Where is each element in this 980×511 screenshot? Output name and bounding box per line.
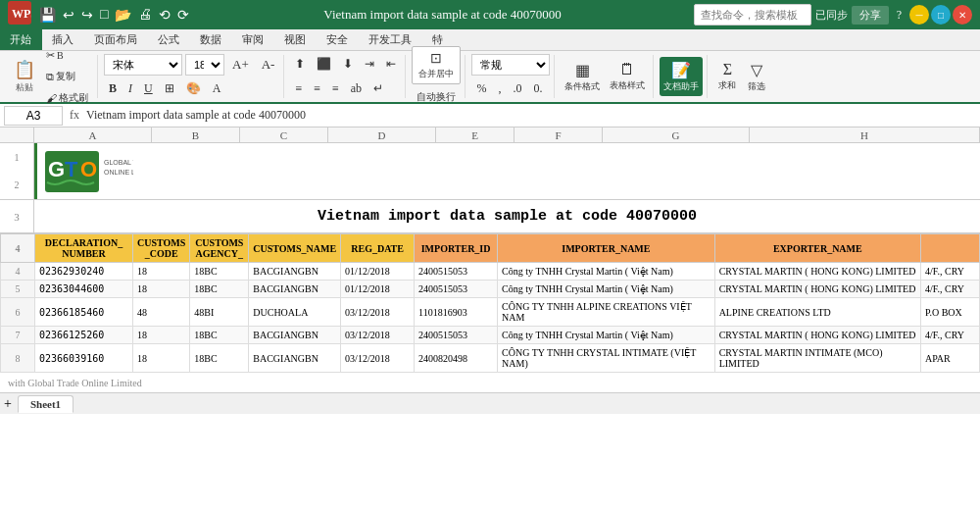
font-increase-button[interactable]: A+ [227, 54, 254, 76]
table-cell[interactable]: 03/12/2018 [341, 298, 415, 327]
italic-button[interactable]: I [123, 78, 137, 100]
table-cell[interactable]: 4/F., CRY [920, 327, 979, 344]
align-left-button[interactable]: ≡ [290, 78, 307, 100]
table-cell[interactable]: CRYSTAL MARTIN ( HONG KONG) LIMITED [714, 327, 920, 344]
share-button[interactable]: 分享 [852, 6, 889, 25]
align-right-button[interactable]: ≡ [327, 78, 344, 100]
table-cell[interactable]: 18 [133, 327, 190, 344]
table-cell[interactable]: CRYSTAL MARTIN ( HONG KONG) LIMITED [714, 263, 920, 281]
number-format-select[interactable]: 常规 [471, 54, 550, 76]
new-icon[interactable]: □ [98, 5, 110, 25]
redo-icon[interactable]: ↪ [79, 5, 95, 26]
doc-assistant-button[interactable]: 📝 文档助手 [660, 57, 703, 96]
table-cell[interactable]: 18BC [190, 263, 249, 281]
font-family-select[interactable]: 宋体 [104, 54, 182, 76]
align-center-button[interactable]: ≡ [309, 78, 325, 100]
open-icon[interactable]: 📂 [113, 5, 133, 26]
table-cell[interactable]: Công ty TNHH Crystal Martin ( Việt Nam) [498, 281, 715, 298]
search-input[interactable] [694, 4, 811, 26]
filter-button[interactable]: ▽ 筛选 [743, 57, 770, 96]
table-cell[interactable]: 2400820498 [415, 344, 498, 373]
table-cell[interactable]: 03/12/2018 [341, 344, 415, 373]
table-cell[interactable]: 2400515053 [415, 281, 498, 298]
tab-formula[interactable]: 公式 [148, 29, 190, 50]
minimize-button[interactable]: ─ [909, 5, 929, 25]
table-cell[interactable]: 1101816903 [415, 298, 498, 327]
table-cell[interactable]: 18BC [190, 344, 249, 373]
table-cell[interactable]: 4/F., CRY [920, 263, 979, 281]
sheet-tab-1[interactable]: Sheet1 [18, 395, 74, 413]
table-cell[interactable]: 18 [133, 281, 190, 298]
print-icon[interactable]: 🖨 [136, 5, 154, 25]
table-cell[interactable]: 2400515053 [415, 327, 498, 344]
table-cell[interactable]: 2400515053 [415, 263, 498, 281]
maximize-button[interactable]: □ [931, 5, 951, 25]
col-header-a[interactable]: A [34, 128, 152, 142]
table-cell[interactable]: ALPINE CREATIONS LTD [714, 298, 920, 327]
table-cell[interactable]: DUCHOALA [249, 298, 341, 327]
paste-button[interactable]: 📋 粘贴 [10, 57, 39, 96]
indent-increase-button[interactable]: ⇥ [360, 54, 379, 76]
cell-reference-input[interactable] [4, 106, 63, 126]
tab-home[interactable]: 开始 [0, 29, 42, 50]
redo2-icon[interactable]: ⟳ [175, 5, 191, 26]
col-header-d[interactable]: D [328, 128, 436, 142]
table-cell[interactable]: BACGIANGBN [249, 344, 341, 373]
table-cell[interactable]: APAR [920, 344, 979, 373]
table-cell[interactable]: CRYSTAL MARTIN ( HONG KONG) LIMITED [714, 281, 920, 298]
tab-view[interactable]: 视图 [274, 29, 317, 50]
save-icon[interactable]: 💾 [37, 5, 58, 26]
col-header-e[interactable]: E [436, 128, 514, 142]
col-header-b[interactable]: B [152, 128, 240, 142]
sum-button[interactable]: Σ 求和 [713, 57, 741, 96]
decimal-increase-button[interactable]: .0 [508, 78, 526, 100]
table-cell[interactable]: 4/F., CRY [920, 281, 979, 298]
table-cell[interactable]: 03/12/2018 [341, 327, 415, 344]
copy-button[interactable]: ⧉ 复制 [41, 67, 93, 86]
indent-button[interactable]: ↵ [368, 78, 388, 100]
decimal-decrease-button[interactable]: 0. [528, 78, 547, 100]
wrap-text-button[interactable]: 自动换行 [412, 87, 461, 107]
table-cell[interactable]: 01/12/2018 [341, 263, 415, 281]
title-cell[interactable]: Vietnam import data sample at code 40070… [34, 200, 980, 232]
table-cell[interactable]: P.O BOX [920, 298, 979, 327]
table-cell[interactable]: 02362930240 [35, 263, 133, 281]
function-icon[interactable]: fx [67, 108, 82, 123]
table-cell[interactable]: BACGIANGBN [249, 327, 341, 344]
table-cell[interactable]: 18 [133, 344, 190, 373]
col-header-f[interactable]: F [514, 128, 603, 142]
table-cell[interactable]: BACGIANGBN [249, 281, 341, 298]
align-bottom-button[interactable]: ⬇ [338, 54, 358, 76]
underline-button[interactable]: U [139, 78, 158, 100]
table-cell[interactable]: CÔNG TY TNHH CRYSTAL INTIMATE (VIỆT NAM) [498, 344, 715, 373]
align-middle-button[interactable]: ⬛ [312, 54, 336, 76]
sync-button[interactable]: 已同步 [815, 8, 848, 23]
cut-button[interactable]: ✂ B [41, 45, 93, 65]
percent-button[interactable]: % [471, 78, 491, 100]
col-header-h[interactable]: H [750, 128, 980, 142]
table-style-button[interactable]: 🗒 表格样式 [606, 57, 649, 96]
table-cell[interactable]: 02366125260 [35, 327, 133, 344]
add-sheet-button[interactable]: + [4, 396, 12, 412]
tab-page-layout[interactable]: 页面布局 [84, 29, 148, 50]
conditional-format-button[interactable]: ▦ 条件格式 [561, 57, 604, 96]
table-cell[interactable]: CRYSTAL MARTIN INTIMATE (MCO) LIMITED [714, 344, 920, 373]
indent-decrease-button[interactable]: ⇤ [381, 54, 401, 76]
table-cell[interactable]: 48 [133, 298, 190, 327]
undo-icon[interactable]: ↩ [61, 5, 76, 26]
undo2-icon[interactable]: ⟲ [157, 5, 172, 26]
bold-button[interactable]: B [104, 78, 122, 100]
close-button[interactable]: ✕ [953, 5, 972, 25]
table-cell[interactable]: CÔNG TY TNHH ALPINE CREATIONS VIỆT NAM [498, 298, 715, 327]
table-cell[interactable]: Công ty TNHH Crystal Martin ( Việt Nam) [498, 263, 715, 281]
orientation-button[interactable]: ab [346, 78, 367, 100]
font-color-button[interactable]: A [208, 78, 226, 100]
table-cell[interactable]: 01/12/2018 [341, 281, 415, 298]
table-cell[interactable]: 02366039160 [35, 344, 133, 373]
table-cell[interactable]: 18 [133, 263, 190, 281]
table-cell[interactable]: 48BI [190, 298, 249, 327]
formula-content[interactable]: Vietnam import data sample at code 40070… [86, 108, 976, 123]
comma-button[interactable]: , [493, 78, 506, 100]
font-size-select[interactable]: 18 [185, 54, 224, 76]
help-icon[interactable]: ? [893, 6, 906, 25]
